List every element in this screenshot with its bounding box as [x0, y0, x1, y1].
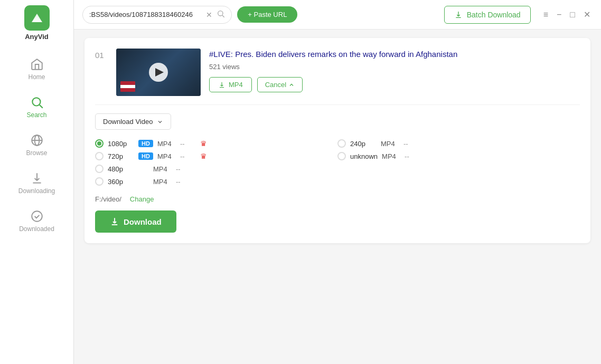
- browse-icon: [30, 133, 44, 147]
- size-1080p: --: [180, 140, 196, 148]
- sidebar-item-downloaded-label: Downloaded: [19, 225, 54, 233]
- video-info: #LIVE: Pres. Biden delivers remarks on t…: [209, 49, 580, 92]
- batch-download-icon: [454, 11, 463, 19]
- quality-label-240p: 240p: [350, 140, 377, 148]
- format-dropdown-label: Download Video: [103, 118, 153, 126]
- menu-button[interactable]: ≡: [541, 8, 550, 21]
- cancel-button[interactable]: Cancel: [257, 77, 303, 92]
- quality-radio-unknown[interactable]: [337, 152, 346, 160]
- search-icon: [30, 95, 44, 109]
- format-dropdown[interactable]: Download Video: [95, 113, 171, 130]
- cancel-label: Cancel: [265, 81, 286, 89]
- video-views: 521 views: [209, 63, 580, 71]
- downloading-icon: [30, 171, 44, 185]
- home-icon: [30, 58, 44, 71]
- clear-url-button[interactable]: ✕: [205, 10, 213, 20]
- sidebar-item-downloaded[interactable]: Downloaded: [0, 203, 73, 239]
- size-360p: --: [176, 178, 192, 186]
- mp4-button[interactable]: MP4: [209, 77, 252, 92]
- app-name-label: AnyVid: [25, 33, 49, 41]
- quality-radio-240p[interactable]: [337, 139, 346, 148]
- quality-label-1080p: 1080p: [108, 140, 134, 148]
- hd-badge-1080p: HD: [138, 140, 153, 147]
- mp4-label: MP4: [229, 81, 243, 89]
- quality-row-480p: 480p MP4 --: [95, 162, 337, 175]
- svg-point-6: [218, 11, 223, 15]
- quality-radio-480p[interactable]: [95, 165, 104, 173]
- chevron-up-icon: [288, 82, 295, 88]
- format-240p: MP4: [381, 140, 399, 148]
- sidebar: AnyVid Home Search Browse: [0, 0, 74, 364]
- minimize-button[interactable]: −: [555, 8, 564, 21]
- flag-decoration: [120, 81, 135, 92]
- size-480p: --: [176, 165, 192, 173]
- main-area: ✕ + Paste URL Batch Download ≡ − □ ✕: [74, 0, 601, 364]
- download-button[interactable]: Download: [95, 210, 176, 233]
- url-input[interactable]: [89, 11, 202, 18]
- video-header: 01 #LIVE: Pres. Biden delivers remarks o…: [95, 49, 580, 96]
- paste-url-button[interactable]: + Paste URL: [237, 6, 297, 23]
- mp4-download-icon: [218, 81, 226, 89]
- download-options: Download Video 1080p HD: [95, 104, 580, 233]
- window-controls: ≡ − □ ✕: [541, 8, 593, 21]
- sidebar-navigation: Home Search Browse Downloading: [0, 51, 73, 239]
- quality-label-720p: 720p: [108, 152, 134, 160]
- sidebar-item-browse-label: Browse: [26, 149, 47, 157]
- quality-row-1080p: 1080p HD MP4 -- ♛: [95, 137, 337, 150]
- video-title: #LIVE: Pres. Biden delivers remarks on t…: [209, 49, 580, 60]
- download-button-label: Download: [124, 217, 162, 226]
- quality-row-720p: 720p HD MP4 -- ♛: [95, 150, 337, 162]
- quality-radio-1080p[interactable]: [95, 139, 104, 148]
- sidebar-item-downloading[interactable]: Downloading: [0, 165, 73, 201]
- quality-left-column: 1080p HD MP4 -- ♛ 720p HD MP4 --: [95, 137, 337, 188]
- size-unknown: --: [405, 152, 420, 160]
- logo-icon: [24, 5, 50, 31]
- format-unknown: MP4: [382, 152, 400, 160]
- save-path-label: F:/video/: [95, 195, 121, 203]
- format-480p: MP4: [153, 165, 172, 173]
- chevron-down-icon: [157, 119, 163, 125]
- downloaded-icon: [30, 209, 44, 223]
- video-thumbnail[interactable]: [116, 49, 201, 96]
- url-search-button[interactable]: [217, 9, 225, 20]
- titlebar: ✕ + Paste URL Batch Download ≡ − □ ✕: [74, 0, 601, 30]
- format-720p: MP4: [157, 152, 176, 160]
- quality-row-unknown: unknown MP4 --: [337, 150, 580, 162]
- batch-download-label: Batch Download: [467, 11, 521, 19]
- premium-icon-1080p: ♛: [200, 139, 207, 148]
- hd-badge-720p: HD: [138, 152, 153, 160]
- quality-radio-720p[interactable]: [95, 152, 104, 160]
- svg-point-0: [32, 98, 40, 106]
- svg-point-5: [32, 211, 42, 222]
- content-area: 01 #LIVE: Pres. Biden delivers remarks o…: [74, 30, 601, 364]
- quality-radio-360p[interactable]: [95, 177, 104, 186]
- size-240p: --: [403, 140, 419, 148]
- batch-download-button[interactable]: Batch Download: [444, 6, 531, 24]
- close-button[interactable]: ✕: [581, 8, 593, 21]
- format-dropdown-row: Download Video: [95, 113, 580, 130]
- sidebar-item-home[interactable]: Home: [0, 51, 73, 87]
- quality-label-unknown: unknown: [350, 152, 378, 160]
- maximize-button[interactable]: □: [568, 8, 577, 21]
- svg-line-7: [222, 15, 224, 17]
- premium-icon-720p: ♛: [200, 152, 207, 160]
- search-small-icon: [217, 9, 225, 18]
- sidebar-item-browse[interactable]: Browse: [0, 127, 73, 163]
- video-card: 01 #LIVE: Pres. Biden delivers remarks o…: [84, 38, 590, 243]
- sidebar-item-search[interactable]: Search: [0, 89, 73, 125]
- play-button[interactable]: [149, 63, 168, 82]
- quality-label-480p: 480p: [108, 165, 134, 173]
- size-720p: --: [180, 152, 196, 160]
- quality-grid: 1080p HD MP4 -- ♛ 720p HD MP4 --: [95, 137, 580, 188]
- app-logo: AnyVid: [24, 5, 50, 41]
- url-input-wrapper: ✕: [82, 6, 232, 24]
- video-actions: MP4 Cancel: [209, 77, 580, 92]
- change-path-button[interactable]: Change: [130, 195, 154, 203]
- video-number: 01: [95, 49, 108, 60]
- quality-row-240p: 240p MP4 --: [337, 137, 580, 150]
- sidebar-item-downloading-label: Downloading: [18, 187, 55, 195]
- quality-right-column: 240p MP4 -- unknown MP4 --: [337, 137, 580, 188]
- format-360p: MP4: [153, 178, 172, 186]
- sidebar-item-search-label: Search: [26, 111, 46, 119]
- save-path-row: F:/video/ Change: [95, 195, 580, 203]
